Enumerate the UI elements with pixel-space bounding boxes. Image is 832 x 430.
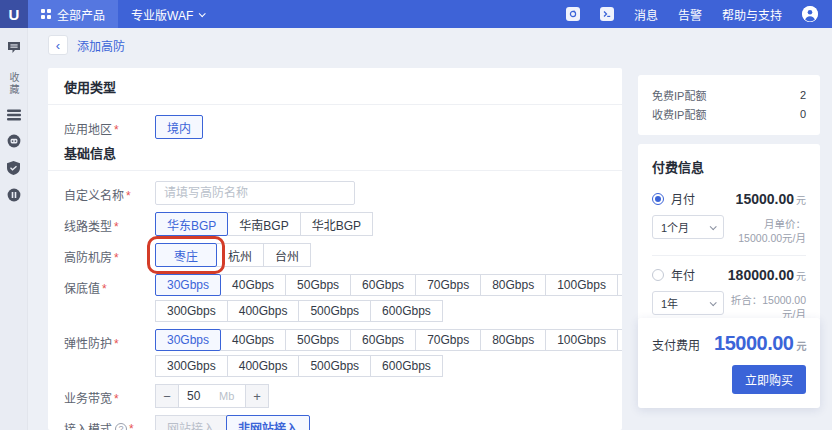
custom-name-row: 自定义名称*	[64, 181, 606, 205]
page-title: 添加高防	[77, 37, 125, 54]
bandwidth-input[interactable]	[187, 389, 209, 403]
left-icon-rail: 收藏	[0, 28, 28, 430]
current-product-label: 专业版WAF	[131, 6, 193, 23]
access-mode-option-non-website[interactable]: 非网站接入	[226, 415, 310, 430]
quota-row: 收费IP配额 0	[652, 104, 806, 123]
guaranteed-option[interactable]: 200Gbps	[617, 274, 622, 296]
back-button[interactable]: ‹	[48, 35, 68, 55]
divider	[48, 170, 622, 171]
guaranteed-row: 保底值* 30Gbps 40Gbps 50Gbps 60Gbps 70Gbps …	[64, 274, 606, 322]
alerts-link[interactable]: 告警	[678, 6, 702, 23]
all-products-label: 全部产品	[57, 6, 105, 23]
help-icon[interactable]: ?	[115, 423, 127, 430]
grid-icon	[41, 9, 51, 19]
console-icon[interactable]	[600, 7, 614, 21]
monthly-period-value: 1个月	[661, 219, 689, 235]
guaranteed-option[interactable]: 100Gbps	[545, 274, 618, 296]
checkout-card: 支付费用 15000.00元 立即购买	[638, 318, 820, 408]
guaranteed-option[interactable]: 500Gbps	[298, 300, 371, 322]
monthly-pay-row: 月付 15000.00元	[652, 190, 806, 207]
currency-unit: 元	[796, 195, 806, 206]
line-type-option[interactable]: 华南BGP	[227, 212, 300, 236]
feedback-icon[interactable]	[7, 41, 21, 54]
guaranteed-option[interactable]: 30Gbps	[155, 274, 221, 296]
monthly-period-row: 1个月 月单价：15000.00元/月	[652, 215, 806, 245]
line-type-row: 线路类型* 华东BGP 华南BGP 华北BGP	[64, 212, 606, 236]
required-mark: *	[114, 123, 119, 137]
datacenter-label: 高防机房*	[64, 243, 155, 265]
yearly-radio[interactable]	[652, 269, 664, 281]
region-option-domestic[interactable]: 境内	[155, 115, 203, 139]
bandwidth-value-box: Mb	[179, 384, 245, 408]
stepper-minus-button[interactable]: −	[155, 384, 179, 408]
line-type-option[interactable]: 华东BGP	[155, 212, 228, 236]
scan-icon[interactable]	[566, 7, 580, 21]
section-basic-info: 基础信息	[64, 146, 606, 162]
monthly-label: 月付	[671, 190, 695, 207]
elastic-option[interactable]: 300Gbps	[155, 355, 228, 377]
required-mark: *	[114, 220, 119, 234]
guaranteed-option[interactable]: 400Gbps	[227, 300, 300, 322]
user-avatar[interactable]	[802, 6, 818, 22]
checkout-price: 15000.00元	[714, 332, 806, 355]
annotated-option-wrap: 枣庄	[155, 243, 216, 267]
chevron-down-icon	[199, 10, 206, 17]
checkout-label: 支付费用	[652, 336, 700, 353]
elastic-option[interactable]: 500Gbps	[298, 355, 371, 377]
required-mark: *	[129, 422, 134, 430]
elastic-option[interactable]: 200Gbps	[617, 329, 622, 351]
payment-info-card: 付费信息 月付 15000.00元 1个月 月单价：15000.00元/月 年付…	[638, 144, 820, 335]
section-usage-type: 使用类型	[64, 80, 606, 96]
messages-link[interactable]: 消息	[634, 6, 658, 23]
region-label: 应用地区*	[64, 115, 155, 137]
elastic-option[interactable]: 60Gbps	[350, 329, 416, 351]
guaranteed-option[interactable]: 50Gbps	[285, 274, 351, 296]
quota-label: 免费IP配额	[652, 87, 706, 103]
elastic-option[interactable]: 80Gbps	[480, 329, 546, 351]
robot-icon[interactable]	[7, 134, 21, 148]
datacenter-option[interactable]: 枣庄	[155, 243, 217, 267]
line-type-option[interactable]: 华北BGP	[300, 212, 373, 236]
guaranteed-option[interactable]: 40Gbps	[220, 274, 286, 296]
elastic-option[interactable]: 50Gbps	[285, 329, 351, 351]
list-icon[interactable]	[7, 109, 21, 121]
product-switcher[interactable]: 专业版WAF	[118, 0, 217, 28]
datacenter-row: 高防机房* 枣庄 杭州 台州	[64, 243, 606, 267]
guaranteed-option[interactable]: 600Gbps	[370, 300, 443, 322]
pause-circle-icon[interactable]	[7, 188, 21, 202]
brand-logo[interactable]: U	[0, 0, 28, 28]
buy-now-button[interactable]: 立即购买	[732, 365, 806, 394]
all-products-menu[interactable]: 全部产品	[28, 0, 118, 28]
shield-icon[interactable]	[7, 161, 20, 175]
yearly-period-row: 1年 折合：15000.00元/月	[652, 291, 806, 321]
stepper-plus-button[interactable]: +	[245, 384, 269, 408]
datacenter-option[interactable]: 杭州	[216, 243, 264, 267]
chevron-down-icon	[710, 223, 717, 230]
access-mode-option-website[interactable]: 网站接入	[155, 415, 227, 430]
help-support-link[interactable]: 帮助与支持	[722, 6, 782, 23]
monthly-radio[interactable]	[652, 193, 664, 205]
person-icon	[802, 6, 818, 22]
datacenter-option[interactable]: 台州	[263, 243, 311, 267]
payment-card-title: 付费信息	[652, 157, 806, 176]
divider	[652, 255, 806, 256]
guaranteed-option[interactable]: 70Gbps	[415, 274, 481, 296]
custom-name-input[interactable]	[155, 181, 355, 205]
elastic-option[interactable]: 30Gbps	[155, 329, 221, 351]
monthly-period-select[interactable]: 1个月	[652, 215, 724, 239]
bandwidth-label: 业务带宽*	[64, 384, 155, 406]
elastic-option[interactable]: 400Gbps	[227, 355, 300, 377]
guaranteed-label: 保底值*	[64, 274, 155, 296]
line-type-label: 线路类型*	[64, 212, 155, 234]
elastic-option[interactable]: 70Gbps	[415, 329, 481, 351]
divider	[48, 104, 622, 105]
access-mode-label: 接入模式 ? *	[64, 415, 155, 430]
guaranteed-option[interactable]: 300Gbps	[155, 300, 228, 322]
elastic-option[interactable]: 600Gbps	[370, 355, 443, 377]
elastic-option[interactable]: 100Gbps	[545, 329, 618, 351]
elastic-option[interactable]: 40Gbps	[220, 329, 286, 351]
guaranteed-option[interactable]: 60Gbps	[350, 274, 416, 296]
quota-value: 2	[800, 89, 806, 101]
yearly-period-select[interactable]: 1年	[652, 291, 724, 315]
guaranteed-option[interactable]: 80Gbps	[480, 274, 546, 296]
